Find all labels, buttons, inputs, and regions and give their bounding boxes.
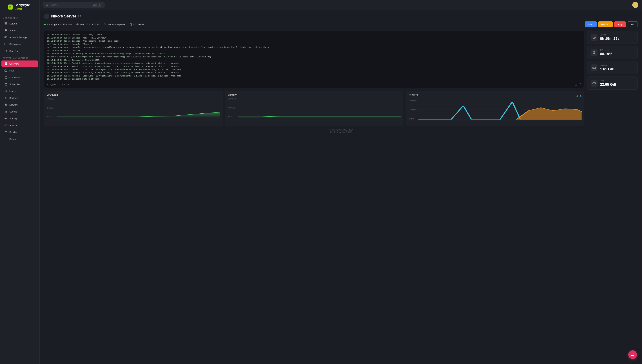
main-grid: 10/15/2024 00:02:42: Console: /s [text] … bbox=[44, 30, 638, 126]
svg-rect-5 bbox=[5, 36, 7, 38]
console-input[interactable] bbox=[50, 83, 573, 86]
server-id-text: 57d1b936 bbox=[133, 23, 144, 26]
folder-icon bbox=[4, 69, 8, 72]
memory-card: Memory 1.61 GiB bbox=[587, 61, 638, 74]
console-upload-button[interactable] bbox=[579, 83, 582, 86]
sidebar-item-account-settings[interactable]: Account Settings bbox=[2, 34, 38, 40]
console-actions bbox=[574, 83, 582, 86]
memory-y-labels: 18000MiB 9000MiB 0MiB bbox=[228, 98, 236, 118]
server-meta: Running for 0h 15m 28s 104.167.214.76:25… bbox=[44, 22, 638, 27]
disk-icon bbox=[591, 80, 597, 86]
sidebar-label-overview: Overview bbox=[9, 62, 19, 65]
sidebar-item-users[interactable]: Users bbox=[2, 88, 38, 94]
bookmark-icon bbox=[130, 23, 132, 26]
search-input[interactable] bbox=[50, 4, 90, 6]
hamburger-button[interactable] bbox=[3, 6, 6, 8]
cpu-chart-panel: CPU Load 500.00% 250.00% 0.00% bbox=[44, 91, 223, 126]
network-icon bbox=[4, 103, 8, 106]
memory-label: Memory bbox=[600, 64, 634, 66]
svg-rect-11 bbox=[6, 62, 7, 64]
search-bar[interactable]: Shift + K bbox=[43, 2, 105, 8]
sidebar-item-settings[interactable]: Settings bbox=[2, 115, 38, 122]
network-chart-title: Network bbox=[409, 94, 418, 96]
svg-line-25 bbox=[48, 6, 49, 6]
restart-button[interactable]: Restart bbox=[598, 22, 613, 27]
search-shortcut: Shift + K bbox=[92, 3, 102, 6]
overview-icon bbox=[4, 62, 8, 65]
sidebar-item-overview[interactable]: Overview bbox=[2, 60, 38, 67]
svg-rect-8 bbox=[5, 43, 7, 45]
chat-button[interactable] bbox=[628, 350, 637, 359]
memory-value: 1.61 GiB bbox=[600, 67, 634, 71]
sidebar-label-files: Files bbox=[9, 69, 14, 72]
sidebar-label-settings: Settings bbox=[9, 117, 18, 120]
sidebar-item-admin[interactable]: Admin bbox=[2, 27, 38, 34]
sidebar-item-files[interactable]: Files bbox=[2, 67, 38, 74]
sidebar-label-startup: Startup bbox=[9, 110, 17, 113]
sidebar-label-databases: Databases bbox=[9, 76, 21, 79]
memory-chart-canvas bbox=[238, 98, 401, 118]
content-area: ← Niko's Server Running for 0h 15m 28s 1… bbox=[40, 10, 642, 364]
proxies-icon bbox=[4, 130, 8, 134]
svg-rect-15 bbox=[5, 83, 7, 85]
server-ip: 104.167.214.76:25 bbox=[76, 23, 100, 26]
sidebar-item-network[interactable]: Network bbox=[2, 102, 38, 108]
cpu-info: CPU Load 88.19% bbox=[600, 49, 634, 56]
external-link-icon[interactable] bbox=[78, 15, 81, 18]
console-panel: 10/15/2024 00:02:42: Console: /s [text] … bbox=[44, 30, 584, 88]
sidebar-item-databases[interactable]: Databases bbox=[2, 74, 38, 81]
memory-chart-svg bbox=[238, 98, 401, 118]
stop-button[interactable]: Stop bbox=[614, 22, 626, 27]
disk-label: Disk bbox=[600, 80, 634, 82]
cpu-label: CPU Load bbox=[600, 49, 634, 51]
server-game: Valheim BepInex bbox=[104, 23, 125, 26]
sidebar-item-slices[interactable]: Slices bbox=[2, 136, 38, 142]
sidebar-label-account-settings: Account Settings bbox=[9, 36, 27, 39]
cpu-chart-title: CPU Load bbox=[47, 94, 220, 96]
page-title: Niko's Server bbox=[51, 14, 76, 18]
kill-button[interactable]: Kill bbox=[627, 22, 638, 27]
cpu-icon bbox=[591, 49, 597, 56]
avatar-button[interactable] bbox=[632, 2, 638, 8]
disk-value: 22.65 GiB bbox=[600, 82, 634, 86]
sidebar-item-activity[interactable]: Activity bbox=[2, 122, 38, 128]
logo-area: B BerryByte Lime bbox=[0, 0, 40, 14]
account-settings-icon bbox=[4, 36, 8, 39]
settings-icon bbox=[4, 117, 8, 120]
sidebar-item-servers[interactable]: Servers bbox=[2, 20, 38, 27]
footer: Pterodactyl® © 2015 - 2024 BerryByte Lim… bbox=[44, 129, 638, 134]
logo-icon: B bbox=[8, 4, 13, 10]
disk-info: Disk 22.65 GiB bbox=[600, 80, 634, 86]
cpu-y-labels: 500.00% 250.00% 0.00% bbox=[47, 98, 54, 118]
network-chart-panel: Network 300 Bytes 150 Bytes 0 Bytes bbox=[406, 91, 584, 126]
uptime-info: Uptime 0h 15m 28s bbox=[600, 34, 634, 41]
sidebar-label-network: Network bbox=[9, 104, 18, 106]
back-button[interactable]: ← bbox=[44, 14, 49, 19]
start-button[interactable]: Start bbox=[585, 22, 596, 27]
console-expand-button[interactable] bbox=[574, 83, 577, 86]
memory-chart-panel: Memory 18000MiB 9000MiB 0MiB bbox=[225, 91, 403, 126]
console-output: 10/15/2024 00:02:42: Console: /s [text] … bbox=[44, 31, 584, 81]
network-chart-area: 300 Bytes 150 Bytes 0 Bytes bbox=[409, 100, 582, 123]
sidebar: B BerryByte Lime MANAGEMENT Servers Admi… bbox=[0, 0, 40, 364]
action-buttons: Start Restart Stop Kill bbox=[585, 22, 638, 27]
search-icon bbox=[46, 4, 49, 6]
disk-card: Disk 22.65 GiB bbox=[587, 76, 638, 90]
uptime-icon bbox=[591, 34, 597, 41]
sidebar-label-admin: Admin bbox=[9, 29, 16, 32]
sidebar-item-startup[interactable]: Startup bbox=[2, 108, 38, 115]
sidebar-item-billing[interactable]: Billing Area bbox=[2, 41, 38, 47]
memory-icon bbox=[591, 64, 597, 71]
memory-info: Memory 1.61 GiB bbox=[600, 64, 634, 71]
svg-point-55 bbox=[595, 83, 595, 84]
svg-point-3 bbox=[7, 24, 7, 24]
server-id: 57d1b936 bbox=[130, 23, 144, 26]
sidebar-label-billing: Billing Area bbox=[9, 43, 21, 46]
sidebar-item-signout[interactable]: Sign Out bbox=[2, 48, 38, 54]
sidebar-item-proxies[interactable]: Proxies bbox=[2, 129, 38, 135]
svg-point-2 bbox=[7, 23, 7, 23]
sidebar-item-schedules[interactable]: Schedules bbox=[2, 81, 38, 88]
svg-rect-13 bbox=[6, 64, 7, 65]
svg-point-26 bbox=[77, 24, 78, 25]
sidebar-item-backups[interactable]: Backups bbox=[2, 95, 38, 101]
